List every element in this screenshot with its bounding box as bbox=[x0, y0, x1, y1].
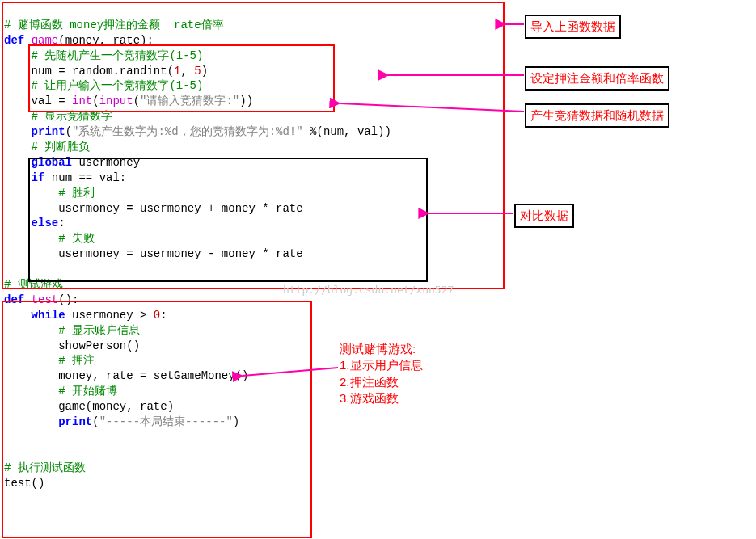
annotation-import: 导入上函数数据 bbox=[525, 15, 621, 39]
annotation-test-game: 测试赌博游戏: 1.显示用户信息 2.押注函数 3.游戏函数 bbox=[340, 341, 423, 406]
annotation-generate-guess: 产生竞猜数据和随机数据 bbox=[525, 103, 669, 128]
highlight-box-random-input bbox=[28, 44, 335, 112]
highlight-box-compare bbox=[28, 158, 428, 282]
annotation-compare: 对比数据 bbox=[514, 204, 574, 228]
watermark: http://blog.csdn.net/xun527 bbox=[283, 283, 454, 297]
annotation-set-bet: 设定押注金额和倍率函数 bbox=[525, 66, 669, 91]
highlight-box-test-fn bbox=[2, 301, 312, 538]
